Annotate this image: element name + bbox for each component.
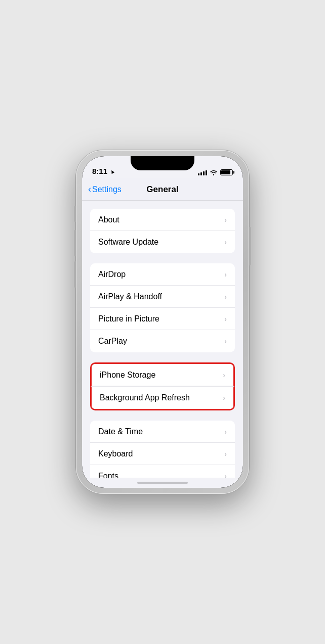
item-label-about: About — [98, 215, 119, 224]
settings-group-storage: iPhone Storage › Background App Refresh … — [90, 362, 235, 410]
location-arrow-icon: ▲ — [108, 167, 116, 175]
settings-item-airdrop[interactable]: AirDrop › — [90, 263, 235, 286]
settings-item-background-refresh[interactable]: Background App Refresh › — [92, 387, 233, 409]
status-time: 8:11 ▲ — [92, 167, 115, 175]
settings-item-iphone-storage[interactable]: iPhone Storage › — [92, 364, 233, 386]
battery-fill — [221, 170, 230, 174]
settings-item-software-update[interactable]: Software Update › — [90, 231, 235, 253]
phone-screen: 8:11 ▲ — [82, 156, 243, 488]
settings-group-4: Date & Time › Keyboard › Fonts › Languag… — [90, 421, 235, 478]
settings-content: About › Software Update › AirDrop › — [82, 201, 243, 478]
power-button — [249, 227, 251, 265]
item-label-pip: Picture in Picture — [98, 314, 159, 324]
battery-icon — [220, 169, 233, 175]
chevron-icon-datetime: › — [224, 428, 227, 436]
page-title: General — [146, 185, 178, 195]
chevron-icon-carplay: › — [224, 337, 227, 345]
item-label-background-refresh: Background App Refresh — [100, 393, 190, 402]
settings-item-carplay[interactable]: CarPlay › — [90, 330, 235, 352]
back-chevron-icon: ‹ — [88, 184, 91, 195]
storage-rest-group: Background App Refresh › — [90, 387, 235, 410]
item-label-carplay: CarPlay — [98, 337, 127, 346]
settings-item-airplay[interactable]: AirPlay & Handoff › — [90, 286, 235, 308]
item-label-iphone-storage: iPhone Storage — [100, 371, 155, 380]
settings-group-2: AirDrop › AirPlay & Handoff › Picture in… — [90, 263, 235, 352]
item-label-airplay: AirPlay & Handoff — [98, 292, 162, 301]
settings-item-fonts[interactable]: Fonts › — [90, 465, 235, 478]
chevron-icon-keyboard: › — [224, 450, 227, 458]
item-label-software-update: Software Update — [98, 238, 158, 247]
home-bar — [137, 482, 188, 484]
item-label-fonts: Fonts — [98, 472, 118, 478]
home-indicator — [82, 478, 243, 488]
chevron-icon-pip: › — [224, 315, 227, 323]
chevron-icon-iphone-storage: › — [223, 371, 225, 379]
ios-screen: 8:11 ▲ — [82, 156, 243, 488]
status-icons — [198, 169, 233, 175]
settings-item-pip[interactable]: Picture in Picture › — [90, 308, 235, 330]
navigation-bar: ‹ Settings General — [82, 178, 243, 201]
settings-item-about[interactable]: About › — [90, 209, 235, 231]
volume-down-button — [74, 261, 76, 288]
silent-switch — [74, 206, 76, 222]
back-label: Settings — [92, 185, 121, 194]
chevron-icon-about: › — [224, 216, 227, 224]
item-label-keyboard: Keyboard — [98, 449, 133, 458]
iphone-storage-highlighted: iPhone Storage › — [90, 362, 235, 387]
settings-group-1: About › Software Update › — [90, 209, 235, 253]
wifi-icon — [210, 169, 218, 175]
item-label-airdrop: AirDrop — [98, 270, 126, 279]
chevron-icon-background-refresh: › — [223, 394, 225, 402]
time-display: 8:11 — [92, 167, 107, 175]
back-button[interactable]: ‹ Settings — [88, 184, 121, 195]
chevron-icon-airplay: › — [224, 293, 227, 301]
chevron-icon-fonts: › — [224, 472, 227, 478]
settings-item-datetime[interactable]: Date & Time › — [90, 421, 235, 443]
chevron-icon-software-update: › — [224, 238, 227, 246]
chevron-icon-airdrop: › — [224, 270, 227, 279]
phone-frame: 8:11 ▲ — [76, 150, 249, 494]
item-label-datetime: Date & Time — [98, 427, 143, 436]
volume-up-button — [74, 230, 76, 256]
notch — [131, 156, 194, 170]
signal-icon — [198, 169, 207, 175]
settings-item-keyboard[interactable]: Keyboard › — [90, 443, 235, 465]
